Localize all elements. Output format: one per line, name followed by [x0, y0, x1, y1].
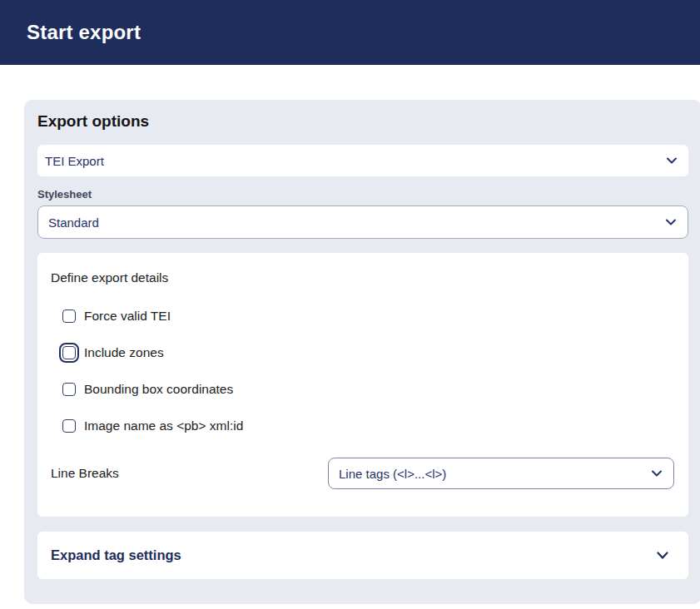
line-breaks-row: Line Breaks Line tags (<l>...<l>)	[51, 458, 675, 489]
line-breaks-label: Line Breaks	[51, 466, 328, 481]
force-valid-tei-checkbox[interactable]	[62, 309, 76, 323]
chevron-down-icon	[652, 470, 662, 477]
checkbox-label[interactable]: Force valid TEI	[84, 309, 171, 324]
title-bar: Start export	[0, 0, 700, 65]
checkbox-label[interactable]: Bounding box coordinates	[84, 382, 233, 397]
page-title: Start export	[27, 21, 141, 44]
checkbox-row-force-valid-tei: Force valid TEI	[62, 308, 675, 324]
chevron-down-icon	[667, 157, 677, 164]
export-type-value: TEI Export	[45, 154, 104, 168]
checkbox-row-include-zones: Include zones	[62, 344, 675, 361]
details-title: Define export details	[51, 270, 675, 286]
export-type-select[interactable]: TEI Export	[37, 145, 688, 176]
include-zones-checkbox[interactable]	[62, 346, 76, 359]
panel-title: Export options	[37, 112, 688, 131]
chevron-down-icon	[657, 552, 668, 559]
bounding-box-coordinates-checkbox[interactable]	[62, 383, 76, 396]
stylesheet-value: Standard	[48, 215, 99, 230]
expand-tag-settings-toggle[interactable]: Expand tag settings	[37, 532, 688, 579]
export-options-panel: Export options TEI Export Stylesheet Sta…	[24, 100, 700, 604]
chevron-down-icon	[666, 219, 676, 225]
export-details-card: Define export details Force valid TEI In…	[37, 253, 688, 517]
stylesheet-label: Stylesheet	[37, 188, 688, 201]
image-name-pb-xmlid-checkbox[interactable]	[62, 419, 76, 433]
checkbox-row-bounding-box: Bounding box coordinates	[62, 381, 675, 398]
expand-tag-settings-label: Expand tag settings	[51, 547, 181, 563]
checkbox-list: Force valid TEI Include zones Bounding b…	[62, 308, 675, 434]
checkbox-label[interactable]: Image name as <pb> xml:id	[84, 418, 243, 433]
line-breaks-value: Line tags (<l>...<l>)	[339, 467, 446, 481]
checkbox-label[interactable]: Include zones	[84, 345, 164, 360]
stylesheet-select[interactable]: Standard	[37, 205, 688, 239]
line-breaks-select[interactable]: Line tags (<l>...<l>)	[328, 458, 674, 489]
checkbox-row-image-name: Image name as <pb> xml:id	[62, 418, 675, 434]
